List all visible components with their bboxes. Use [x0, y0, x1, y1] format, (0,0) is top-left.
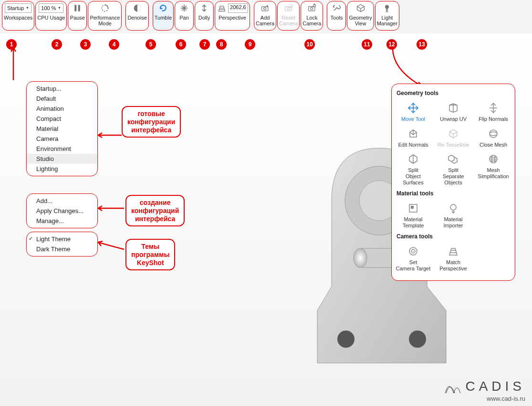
reset-camera-button[interactable]: Reset Camera: [277, 1, 300, 31]
callout-themes: Темы программы KeyShot: [125, 239, 175, 270]
perspective-label: Perspective: [219, 15, 246, 21]
annotation-6: 6: [176, 39, 186, 50]
perspective-value[interactable]: 2062,6: [228, 3, 248, 13]
tumble-icon: [158, 3, 168, 13]
menu-item[interactable]: ✓Light Theme: [27, 234, 97, 244]
add-camera-icon: [260, 3, 271, 13]
menu-item[interactable]: Studio: [27, 154, 97, 164]
caret-down-icon: ▼: [58, 6, 62, 11]
menu-item[interactable]: Animation: [27, 104, 97, 114]
pan-icon: [179, 3, 189, 13]
svg-point-16: [385, 5, 389, 9]
caret-down-icon: ▼: [25, 6, 29, 11]
geometry-view-icon: [355, 3, 366, 13]
menu-item[interactable]: Dark Theme: [27, 244, 97, 254]
add-camera-button[interactable]: Add Camera: [254, 1, 276, 31]
callout-presets: готовые конфигурации интерфейса: [122, 106, 181, 138]
perspective-button[interactable]: 2062,6 Perspective: [215, 1, 250, 31]
menu-item[interactable]: Camera: [27, 134, 97, 144]
tumble-button[interactable]: Tumble: [153, 1, 174, 31]
svg-point-14: [311, 7, 313, 10]
light-l2: Manager: [377, 21, 397, 26]
denoise-button[interactable]: Denoise: [125, 1, 148, 31]
tool-unwrap-uv[interactable]: Unwrap UV: [434, 99, 473, 124]
tool-material-importer[interactable]: MaterialImporter: [434, 200, 473, 230]
arrow-callout3: [95, 239, 126, 253]
svg-rect-17: [386, 9, 388, 11]
tool-icon: [487, 152, 500, 166]
mat-tools-title: Material tools: [396, 190, 510, 197]
tool-flip-normals[interactable]: Flip Normals: [474, 99, 513, 124]
reset-camera-icon: [283, 3, 294, 13]
pause-icon: [72, 3, 83, 13]
cpu-value: 100 %: [41, 5, 56, 11]
callout-manage: создание конфигураций интерфейса: [125, 195, 185, 226]
denoise-label: Denoise: [127, 15, 146, 21]
tumble-label: Tumble: [155, 15, 172, 21]
arrow-callout1: [95, 131, 124, 141]
tool-icon: [447, 127, 460, 140]
menu-item[interactable]: Add...: [27, 196, 97, 206]
tool-icon: [407, 202, 420, 215]
menu-item[interactable]: Compact: [27, 114, 97, 124]
annotation-4: 4: [109, 39, 119, 50]
menu-item[interactable]: Lighting: [27, 164, 97, 174]
geom-l2: View: [355, 21, 366, 26]
main-toolbar: Startup▼ Workspaces 100 %▼ CPU Usage Pau…: [2, 1, 530, 31]
menu-item[interactable]: Startup...: [27, 84, 97, 94]
cam-tools-title: Camera tools: [396, 233, 510, 240]
annotation-11: 11: [362, 39, 372, 50]
tool-edit-normals[interactable]: Edit Normals: [394, 125, 433, 150]
tool-match-perspective[interactable]: MatchPerspective: [434, 243, 473, 273]
tools-button[interactable]: Tools: [327, 1, 346, 31]
cpu-label: CPU Usage: [37, 15, 65, 21]
pause-button[interactable]: Pause: [68, 1, 87, 31]
workspaces-label: Workspaces: [4, 15, 32, 21]
watermark-brand: CADIS: [465, 379, 525, 394]
tool-split-separate-objects[interactable]: SplitSeparateObjects: [434, 150, 473, 187]
tool-re-tessellate[interactable]: Re-Tessellate: [434, 125, 473, 150]
menu-item[interactable]: Material: [27, 124, 97, 134]
tool-split-object-surfaces[interactable]: SplitObject Surfaces: [394, 150, 433, 187]
dolly-button[interactable]: Dolly: [195, 1, 214, 31]
svg-point-12: [287, 7, 289, 10]
watermark-url: www.cad-is.ru: [443, 395, 525, 402]
tools-panel: Geometry tools Move ToolUnwrap UVFlip No…: [391, 84, 515, 281]
geometry-view-button[interactable]: Geometry View: [347, 1, 374, 31]
tool-icon: [447, 245, 460, 258]
tool-icon: [487, 127, 500, 140]
svg-point-18: [490, 130, 497, 138]
performance-mode-button[interactable]: Performance Mode: [88, 1, 122, 31]
lockcam-l2: Camera: [303, 21, 321, 26]
lock-camera-button[interactable]: Lock Camera: [301, 1, 323, 31]
menu-item[interactable]: Default: [27, 94, 97, 104]
tool-icon: [407, 245, 420, 258]
svg-point-22: [450, 204, 456, 210]
workspaces-button[interactable]: Startup▼ Workspaces: [2, 1, 34, 31]
light-manager-button[interactable]: Light Manager: [375, 1, 399, 31]
tool-move-tool[interactable]: Move Tool: [394, 99, 433, 124]
svg-point-25: [413, 251, 414, 252]
watermark: CADIS www.cad-is.ru: [443, 378, 525, 402]
perf-label2: Mode: [98, 21, 112, 26]
annotation-8: 8: [216, 39, 227, 50]
arrow-1-to-menu: [10, 46, 19, 84]
resetcam-l1: Reset: [282, 15, 295, 21]
svg-rect-6: [75, 5, 77, 11]
menu-item[interactable]: Apply Changes...: [27, 206, 97, 216]
perf-label1: Performance: [90, 15, 120, 21]
tools-label: Tools: [331, 15, 343, 21]
tool-mesh-simplification[interactable]: MeshSimplification: [474, 150, 513, 187]
svg-rect-7: [78, 5, 80, 11]
tool-set-camera-target[interactable]: SetCamera Target: [394, 243, 433, 273]
tool-material-template[interactable]: MaterialTemplate: [394, 200, 433, 230]
svg-rect-21: [411, 206, 414, 209]
tool-icon: [447, 202, 460, 215]
tool-icon: [407, 101, 420, 115]
resetcam-l2: Camera: [279, 21, 298, 26]
tool-close-mesh[interactable]: Close Mesh: [474, 125, 513, 150]
pan-button[interactable]: Pan: [175, 1, 194, 31]
menu-item[interactable]: Manage...: [27, 216, 97, 226]
cpu-usage-button[interactable]: 100 %▼ CPU Usage: [35, 1, 67, 31]
menu-item[interactable]: Environment: [27, 144, 97, 154]
